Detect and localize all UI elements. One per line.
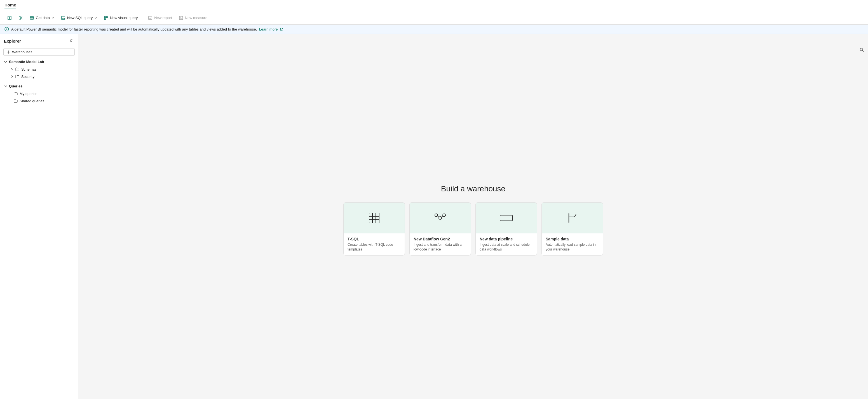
new-report-button[interactable]: New report — [145, 14, 175, 22]
learn-more-link[interactable]: Learn more — [259, 27, 278, 31]
gear-icon — [19, 16, 23, 20]
page-title: Home — [4, 2, 16, 8]
folder-icon — [15, 67, 20, 72]
sidebar-item-my-queries[interactable]: My queries — [0, 90, 78, 97]
semantic-model-lab-label: Semantic Model Lab — [9, 60, 44, 64]
card-pipeline-body: New data pipeline Ingest data at scale a… — [476, 233, 537, 255]
svg-point-3 — [20, 17, 22, 19]
sidebar-title: Explorer — [4, 39, 21, 44]
svg-line-35 — [438, 216, 439, 217]
new-measure-button[interactable]: fx New measure — [176, 14, 210, 22]
get-data-icon — [30, 16, 34, 20]
measure-icon: fx — [179, 16, 183, 20]
sidebar-group-queries[interactable]: Queries — [0, 82, 78, 90]
dataflow-icon — [433, 211, 447, 225]
sidebar-item-security[interactable]: Security — [0, 73, 78, 80]
info-icon — [4, 27, 9, 31]
app-header: Home — [0, 0, 868, 11]
shared-queries-label: Shared queries — [20, 99, 44, 103]
card-tsql-desc: Create tables with T-SQL code templates — [347, 243, 401, 252]
security-label: Security — [21, 75, 34, 79]
card-dataflow-desc: Ingest and transform data with a low-cod… — [413, 243, 467, 252]
svg-rect-27 — [369, 213, 379, 223]
new-item-icon — [7, 16, 12, 20]
main-layout: Explorer Warehouses — [0, 34, 868, 399]
folder-icon — [13, 91, 18, 96]
build-warehouse-title: Build a warehouse — [441, 184, 505, 193]
report-icon — [148, 16, 153, 20]
svg-rect-10 — [106, 16, 108, 18]
svg-rect-9 — [104, 16, 106, 18]
svg-line-36 — [441, 216, 443, 217]
sql-chevron-icon — [94, 17, 97, 19]
chevron-right-icon — [11, 75, 13, 78]
card-tsql-body: T-SQL Create tables with T-SQL code temp… — [344, 233, 405, 255]
card-dataflow[interactable]: New Dataflow Gen2 Ingest and transform d… — [409, 202, 471, 256]
new-sql-query-button[interactable]: SQL New SQL query — [58, 14, 100, 22]
warehouses-label: Warehouses — [12, 50, 32, 54]
flag-icon — [566, 212, 579, 224]
card-dataflow-icon-area — [410, 203, 471, 233]
folder-icon — [13, 98, 18, 103]
info-message: A default Power BI semantic model for fa… — [11, 27, 257, 31]
svg-point-34 — [443, 214, 445, 217]
chevron-down-icon — [4, 60, 7, 64]
svg-point-22 — [6, 28, 7, 29]
sidebar-item-shared-queries[interactable]: Shared queries — [0, 97, 78, 105]
collapse-icon — [68, 38, 73, 43]
schemas-label: Schemas — [21, 67, 36, 72]
sidebar-header: Explorer — [0, 34, 78, 47]
cards-row: T-SQL Create tables with T-SQL code temp… — [343, 202, 603, 256]
card-tsql-title: T-SQL — [347, 237, 401, 241]
card-sample-desc: Automatically load sample data in your w… — [546, 243, 599, 252]
sql-icon: SQL — [61, 16, 65, 20]
external-link-icon — [280, 27, 283, 31]
svg-rect-11 — [104, 18, 106, 20]
new-visual-query-button[interactable]: New visual query — [101, 14, 141, 22]
svg-text:SQL: SQL — [62, 18, 65, 19]
warehouses-button[interactable]: Warehouses — [3, 48, 75, 56]
card-dataflow-body: New Dataflow Gen2 Ingest and transform d… — [410, 233, 471, 255]
sidebar-header-icons — [67, 37, 74, 45]
get-data-button[interactable]: Get data — [27, 14, 57, 22]
card-pipeline-desc: Ingest data at scale and schedule data w… — [479, 243, 533, 252]
svg-point-33 — [435, 214, 438, 217]
svg-point-32 — [439, 217, 441, 219]
new-item-button[interactable] — [4, 14, 14, 22]
card-tsql[interactable]: T-SQL Create tables with T-SQL code temp… — [343, 202, 405, 256]
chevron-right-icon — [11, 68, 13, 70]
info-bar: A default Power BI semantic model for fa… — [0, 25, 868, 34]
sidebar-group-semantic-model-lab[interactable]: Semantic Model Lab — [0, 58, 78, 65]
folder-icon — [15, 74, 20, 79]
sidebar-collapse-button[interactable] — [67, 37, 74, 45]
pipeline-icon — [499, 212, 514, 224]
card-pipeline[interactable]: New data pipeline Ingest data at scale a… — [475, 202, 537, 256]
card-sample-title: Sample data — [546, 237, 599, 241]
card-tsql-icon-area — [344, 203, 405, 233]
plus-icon — [6, 50, 10, 54]
get-data-chevron-icon — [52, 17, 54, 19]
card-sample-icon-area — [542, 203, 603, 233]
visual-query-icon — [104, 16, 108, 20]
card-sample-body: Sample data Automatically load sample da… — [542, 233, 603, 255]
chevron-down-icon — [4, 85, 7, 88]
sidebar-item-schemas[interactable]: Schemas — [0, 65, 78, 73]
settings-button[interactable] — [16, 14, 26, 22]
svg-text:fx: fx — [180, 17, 182, 19]
queries-label: Queries — [9, 84, 22, 88]
card-pipeline-icon-area — [476, 203, 537, 233]
card-pipeline-title: New data pipeline — [479, 237, 533, 241]
svg-rect-4 — [30, 17, 34, 19]
my-queries-label: My queries — [20, 92, 37, 96]
card-dataflow-title: New Dataflow Gen2 — [413, 237, 467, 241]
sidebar: Explorer Warehouses — [0, 34, 79, 399]
card-sample-data[interactable]: Sample data Automatically load sample da… — [541, 202, 603, 256]
main-content: Build a warehouse T-SQL Create tables wi… — [79, 34, 868, 399]
table-icon — [367, 211, 381, 225]
toolbar: Get data SQL New SQL query New visual qu… — [0, 11, 868, 25]
